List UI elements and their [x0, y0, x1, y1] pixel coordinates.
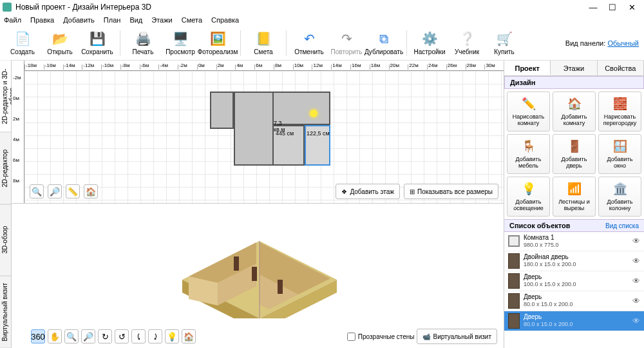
- door-icon: [508, 273, 520, 289]
- design-btn-1[interactable]: 🏠Добавитькомнату: [553, 92, 596, 131]
- maximize-button[interactable]: ☐: [603, 1, 622, 14]
- menubar: Файл Правка Добавить План Вид Этажи Смет…: [0, 14, 644, 26]
- vtab-3d[interactable]: 3D-обзор: [0, 204, 11, 276]
- help-icon: ❔: [459, 30, 475, 47]
- preview-button[interactable]: 🖥️Просмотр: [163, 27, 198, 59]
- duplicate-button[interactable]: ⧉Дублировать: [366, 27, 401, 59]
- menu-floors[interactable]: Этажи: [151, 16, 172, 24]
- menu-help[interactable]: Справка: [211, 16, 239, 24]
- vtab-2d-3d[interactable]: 2D-редактор и 3D-обзор: [0, 61, 11, 133]
- visibility-icon[interactable]: 👁: [632, 276, 640, 285]
- buy-button[interactable]: 🛒Купить: [487, 27, 522, 59]
- design-btn-6[interactable]: 💡Добавитьосвещение: [507, 177, 550, 217]
- settings-button[interactable]: ⚙️Настройки: [412, 27, 447, 59]
- design-grid: ✏️Нарисоватькомнату🏠Добавитькомнату🧱Нари…: [504, 89, 644, 219]
- menu-view[interactable]: Вид: [129, 16, 142, 24]
- vtab-2d[interactable]: 2D-редактор: [0, 133, 11, 205]
- duplicate-icon: ⧉: [375, 30, 392, 47]
- minimize-button[interactable]: —: [583, 1, 603, 14]
- design-btn-4[interactable]: 🚪Добавитьдверь: [553, 134, 596, 174]
- menu-budget[interactable]: Смета: [182, 16, 202, 24]
- rotate-ccw-button[interactable]: ↺: [115, 329, 129, 343]
- show-dims-button[interactable]: ⊞ Показывать все размеры: [404, 184, 498, 199]
- virtual-visit-button[interactable]: 📹 Виртуальный визит: [417, 329, 497, 344]
- print-button[interactable]: 🖨️Печать: [126, 27, 160, 59]
- window-title: Новый проект - Дизайн Интерьера 3D: [15, 3, 583, 12]
- door-icon: [508, 253, 520, 269]
- zoom-in-3d-button[interactable]: 🔎: [81, 329, 95, 343]
- design-icon: 🪑: [520, 139, 537, 155]
- menu-plan[interactable]: План: [104, 16, 121, 24]
- open-button[interactable]: 📂Открыть: [43, 27, 77, 59]
- iso-render: [169, 215, 350, 318]
- tilt-down-button[interactable]: ⤸: [148, 329, 162, 343]
- door-icon: [508, 313, 520, 329]
- home-3d-button[interactable]: 🏠: [182, 329, 196, 343]
- undo-button[interactable]: ↶Отменить: [292, 27, 327, 59]
- photorealism-button[interactable]: 🖼️Фотореализм: [200, 27, 235, 59]
- tab-project[interactable]: Проект: [504, 61, 551, 75]
- save-button[interactable]: 💾Сохранить: [80, 27, 115, 59]
- gear-icon: ⚙️: [421, 30, 438, 47]
- orbit-360-button[interactable]: 360: [31, 329, 45, 343]
- vtab-virtual[interactable]: Виртуальный визит: [0, 276, 11, 349]
- design-btn-2[interactable]: 🧱Нарисоватьперегородку: [598, 92, 641, 131]
- right-panel: Проект Этажи Свойства Дизайн ✏️Нарисоват…: [504, 61, 644, 348]
- design-btn-0[interactable]: ✏️Нарисоватькомнату: [507, 92, 550, 131]
- design-icon: 🏠: [566, 96, 583, 113]
- object-item[interactable]: Комната 1980.0 x 775.0 👁: [504, 232, 644, 251]
- design-btn-3[interactable]: 🪑Добавитьмебель: [507, 134, 550, 174]
- titlebar: Новый проект - Дизайн Интерьера 3D — ☐ ✕: [0, 0, 644, 14]
- object-item[interactable]: Дверь80.0 x 15.0 x 200.0 👁: [504, 311, 644, 331]
- design-btn-7[interactable]: 📶Лестницы ивырезы: [553, 177, 596, 217]
- design-btn-5[interactable]: 🪟Добавитьокно: [598, 134, 641, 174]
- visibility-icon[interactable]: 👁: [632, 256, 640, 266]
- menu-add[interactable]: Добавить: [63, 16, 95, 24]
- new-file-icon: 📄: [14, 30, 31, 47]
- ruler-vertical: -2м 0м 2м 4м 6м 8м: [12, 61, 24, 203]
- undo-icon: ↶: [301, 30, 317, 47]
- visibility-icon[interactable]: 👁: [632, 316, 640, 325]
- panel-mode-link[interactable]: Обычный: [607, 39, 639, 47]
- zoom-in-button[interactable]: 🔎: [48, 184, 62, 198]
- plan-2d[interactable]: -2м 0м 2м 4м 6м 8м -18м-16м-14м-12м-10м-…: [12, 61, 504, 204]
- open-icon: 📂: [52, 30, 68, 47]
- visibility-icon[interactable]: 👁: [632, 237, 640, 246]
- design-icon: ✏️: [520, 96, 537, 113]
- svg-rect-9: [252, 267, 257, 281]
- zoom-out-3d-button[interactable]: 🔍: [64, 329, 79, 343]
- tutorial-button[interactable]: ❔Учебник: [450, 27, 484, 59]
- object-item[interactable]: Двойная дверь180.0 x 15.0 x 200.0 👁: [504, 251, 644, 271]
- redo-button[interactable]: ↷Повторить: [329, 27, 364, 59]
- toolbar: 📄Создать 📂Открыть 💾Сохранить 🖨️Печать 🖥️…: [0, 26, 644, 61]
- design-icon: 📶: [566, 181, 583, 198]
- design-btn-8[interactable]: 🏛️Добавитьколонну: [598, 177, 641, 217]
- zoom-out-button[interactable]: 🔍: [30, 184, 44, 198]
- plan-toolbar: 🔍 🔎 📏 🏠 ❖ Добавить этаж ⊞ Показывать все…: [30, 184, 498, 199]
- svg-rect-10: [278, 280, 283, 294]
- close-button[interactable]: ✕: [622, 1, 641, 14]
- pan-button[interactable]: ✋: [48, 329, 62, 343]
- home-button[interactable]: 🏠: [84, 184, 98, 198]
- menu-file[interactable]: Файл: [4, 16, 21, 24]
- create-button[interactable]: 📄Создать: [5, 27, 40, 59]
- ruler-horizontal: -18м-16м-14м-12м-10м-8м-6м-4м-2м0м2м4м6м…: [24, 61, 504, 71]
- design-icon: 🏛️: [612, 181, 629, 198]
- tab-properties[interactable]: Свойства: [598, 61, 644, 75]
- tilt-up-button[interactable]: ⤹: [131, 329, 146, 343]
- add-floor-button[interactable]: ❖ Добавить этаж: [336, 184, 400, 199]
- object-item[interactable]: Дверь80.0 x 15.0 x 200.0 👁: [504, 291, 644, 311]
- preview-3d[interactable]: 360 ✋ 🔍 🔎 ↻ ↺ ⤹ ⤸ 💡 🏠 Прозрачные стены 📹…: [12, 204, 504, 348]
- design-section-header: Дизайн: [504, 76, 644, 89]
- budget-button[interactable]: 📒Смета: [246, 27, 281, 59]
- visibility-icon[interactable]: 👁: [632, 296, 640, 305]
- menu-edit[interactable]: Правка: [30, 16, 54, 24]
- tab-floors[interactable]: Этажи: [551, 61, 597, 75]
- rotate-cw-button[interactable]: ↻: [98, 329, 112, 343]
- picture-icon: 🖼️: [209, 30, 226, 47]
- light-button[interactable]: 💡: [165, 329, 179, 343]
- object-item[interactable]: Дверь100.0 x 15.0 x 200.0 👁: [504, 271, 644, 291]
- objectlist-view-link[interactable]: Вид списка: [605, 222, 639, 229]
- transparent-walls-checkbox[interactable]: Прозрачные стены: [347, 333, 415, 341]
- measure-button[interactable]: 📏: [66, 184, 80, 198]
